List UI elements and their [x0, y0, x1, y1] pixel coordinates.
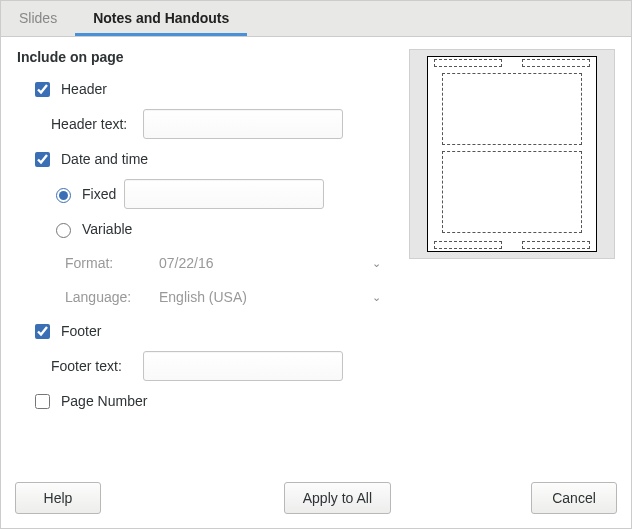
input-header-text[interactable]	[143, 109, 343, 139]
page-preview	[409, 49, 615, 259]
label-pagenumber: Page Number	[61, 393, 147, 409]
input-footer-text[interactable]	[143, 351, 343, 381]
label-datetime: Date and time	[61, 151, 148, 167]
preview-slide-area	[442, 73, 582, 145]
input-fixed-date[interactable]	[124, 179, 324, 209]
checkbox-footer[interactable]	[35, 324, 50, 339]
label-footer: Footer	[61, 323, 101, 339]
tab-slides[interactable]: Slides	[1, 1, 75, 36]
label-fixed: Fixed	[82, 186, 116, 202]
label-variable: Variable	[82, 221, 132, 237]
row-language: Language: English (USA) ⌄	[65, 283, 391, 311]
preview-footer-right	[522, 241, 590, 249]
label-header: Header	[61, 81, 107, 97]
row-variable: Variable	[51, 215, 391, 243]
checkbox-header[interactable]	[35, 82, 50, 97]
radio-fixed[interactable]	[56, 188, 71, 203]
combo-language-value: English (USA)	[159, 289, 247, 305]
dialog-content: Include on page Header Header text: Date…	[1, 37, 631, 472]
combo-language[interactable]: English (USA) ⌄	[157, 283, 387, 311]
options-panel: Include on page Header Header text: Date…	[17, 49, 391, 464]
label-format: Format:	[65, 255, 149, 271]
label-header-text: Header text:	[51, 116, 135, 132]
header-footer-dialog: Slides Notes and Handouts Include on pag…	[0, 0, 632, 529]
combo-format-value: 07/22/16	[159, 255, 214, 271]
preview-header-left	[434, 59, 502, 67]
preview-page	[427, 56, 597, 252]
radio-variable[interactable]	[56, 223, 71, 238]
preview-footer-left	[434, 241, 502, 249]
checkbox-pagenumber[interactable]	[35, 394, 50, 409]
checkbox-datetime[interactable]	[35, 152, 50, 167]
help-button[interactable]: Help	[15, 482, 101, 514]
preview-header-right	[522, 59, 590, 67]
cancel-button[interactable]: Cancel	[531, 482, 617, 514]
tab-bar: Slides Notes and Handouts	[1, 1, 631, 37]
apply-to-all-button[interactable]: Apply to All	[284, 482, 391, 514]
row-datetime-check: Date and time	[31, 145, 391, 173]
row-footer-check: Footer	[31, 317, 391, 345]
row-header-text: Header text:	[51, 109, 391, 139]
row-fixed: Fixed	[51, 179, 391, 209]
row-header-check: Header	[31, 75, 391, 103]
row-pagenumber-check: Page Number	[31, 387, 391, 415]
row-format: Format: 07/22/16 ⌄	[65, 249, 391, 277]
chevron-down-icon: ⌄	[372, 291, 381, 304]
label-language: Language:	[65, 289, 149, 305]
label-footer-text: Footer text:	[51, 358, 135, 374]
tab-notes-handouts[interactable]: Notes and Handouts	[75, 1, 247, 36]
chevron-down-icon: ⌄	[372, 257, 381, 270]
button-bar: Help Apply to All Cancel	[1, 472, 631, 528]
row-footer-text: Footer text:	[51, 351, 391, 381]
combo-format[interactable]: 07/22/16 ⌄	[157, 249, 387, 277]
section-heading: Include on page	[17, 49, 391, 65]
preview-notes-area	[442, 151, 582, 233]
